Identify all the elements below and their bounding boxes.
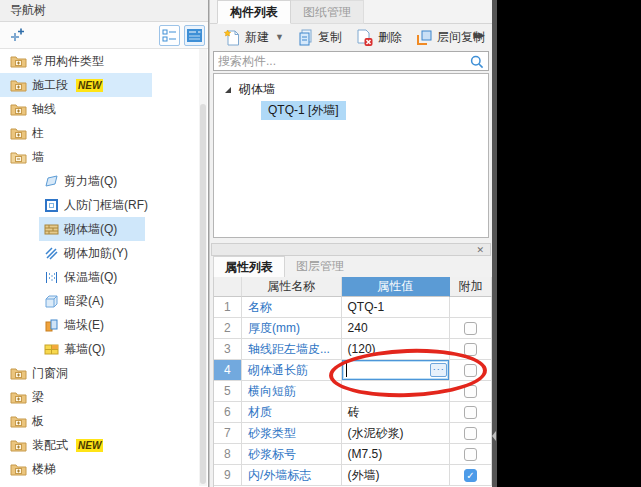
table-row[interactable]: 9 内/外墙标志 (外墙) ✓	[214, 465, 492, 486]
row-index: 6	[214, 402, 242, 423]
sidebar-item-door-window-opening[interactable]: 门窗洞	[0, 361, 200, 385]
prop-value[interactable]: (M7.5)	[342, 444, 451, 465]
ellipsis-browse-button[interactable]: ···	[430, 363, 447, 377]
application-window: 导航树 常用构件类型 施工段 NEW	[0, 0, 641, 487]
sidebar-item-label: 装配式	[32, 437, 68, 454]
component-item-qtq1[interactable]: QTQ-1 [外墙]	[261, 101, 346, 120]
sidebar-item-label: 保温墙(Q)	[64, 269, 117, 286]
scrollbar-thumb[interactable]	[200, 104, 206, 484]
prop-value[interactable]: 砖	[342, 402, 451, 423]
prop-value[interactable]: QTQ-1	[342, 297, 451, 318]
prop-value[interactable]: 240	[342, 318, 451, 339]
attach-cell	[450, 423, 492, 444]
sidebar-item-beam[interactable]: 梁	[0, 385, 200, 409]
hidden-beam-icon	[44, 294, 59, 309]
close-icon[interactable]: ✕	[476, 244, 484, 256]
sidebar-item-masonry-reinforcement[interactable]: 砌体加筋(Y)	[0, 241, 200, 265]
table-row-selected[interactable]: 4 砌体通长筋 ···	[214, 360, 492, 381]
sidebar-item-masonry-wall[interactable]: 砌体墙(Q)	[0, 217, 200, 241]
search-input[interactable]	[214, 52, 464, 70]
sidebar-item-civil-defense-door-frame-wall[interactable]: 人防门框墙(RF)	[0, 193, 200, 217]
sidebar-item-insulation-wall[interactable]: 保温墙(Q)	[0, 265, 200, 289]
prop-value-edit-cell[interactable]: ···	[342, 360, 451, 381]
sidebar-item-column[interactable]: 柱	[0, 121, 200, 145]
table-row[interactable]: 6 材质 砖	[214, 402, 492, 423]
new-badge: NEW	[76, 79, 103, 92]
navigation-panel-title: 导航树	[0, 0, 208, 22]
card-view-icon	[186, 27, 203, 44]
folder-collapsed-icon	[10, 54, 27, 68]
attach-cell	[450, 381, 492, 402]
component-group-masonry-wall[interactable]: 砌体墙	[223, 81, 275, 98]
sidebar-item-curtain-wall[interactable]: 幕墙(Q)	[0, 337, 200, 361]
table-row[interactable]: 2 厚度(mm) 240	[214, 318, 492, 339]
row-index: 3	[214, 339, 242, 360]
navigation-tree: 常用构件类型 施工段 NEW 轴线 柱 墙 剪力墙(Q)	[0, 49, 200, 481]
component-toolbar: 新建 ▼ 复制 删除 层间复制 ▶▶	[210, 24, 492, 50]
sidebar-item-common-types[interactable]: 常用构件类型	[0, 49, 200, 73]
table-row[interactable]: 7 砂浆类型 (水泥砂浆)	[214, 423, 492, 444]
add-plus-icon[interactable]	[8, 28, 26, 46]
component-panel-tabs: 构件列表 图纸管理	[210, 0, 492, 24]
row-index: 9	[214, 465, 242, 486]
sidebar-item-label: 砌体墙(Q)	[64, 221, 117, 238]
attach-cell	[450, 297, 492, 318]
attach-checkbox[interactable]	[464, 448, 477, 461]
attach-checkbox-checked[interactable]: ✓	[464, 469, 477, 482]
navigation-toolbar	[0, 22, 208, 49]
insulation-wall-icon	[44, 270, 59, 285]
card-view-button[interactable]	[184, 25, 205, 46]
sidebar-item-axis[interactable]: 轴线	[0, 97, 200, 121]
prop-value[interactable]: (外墙)	[342, 465, 451, 486]
attach-checkbox[interactable]	[464, 406, 477, 419]
prop-name: 砌体通长筋	[242, 360, 342, 381]
attach-checkbox[interactable]	[464, 364, 477, 377]
header-property-name: 属性名称	[242, 277, 342, 297]
sidebar-item-construction-section[interactable]: 施工段 NEW	[0, 73, 200, 97]
attach-checkbox[interactable]	[464, 322, 477, 335]
prop-value[interactable]: (120)	[342, 339, 451, 360]
drawing-canvas[interactable]	[497, 0, 641, 487]
sidebar-item-hidden-beam[interactable]: 暗梁(A)	[0, 289, 200, 313]
attach-checkbox[interactable]	[464, 343, 477, 356]
tab-component-list[interactable]: 构件列表	[217, 0, 291, 24]
navigation-panel: 导航树 常用构件类型 施工段 NEW	[0, 0, 209, 487]
sidebar-item-wall[interactable]: 墙	[0, 145, 200, 169]
chevron-down-icon[interactable]: ▼	[275, 32, 284, 42]
folder-collapsed-icon	[10, 126, 27, 140]
sidebar-item-prefab[interactable]: 装配式 NEW	[0, 433, 200, 457]
prop-value[interactable]	[342, 381, 451, 402]
row-index: 8	[214, 444, 242, 465]
attach-checkbox[interactable]	[464, 385, 477, 398]
sidebar-item-stairs[interactable]: 楼梯	[0, 457, 200, 481]
delete-button[interactable]: 删除	[349, 26, 409, 48]
prop-name: 名称	[242, 297, 342, 318]
sidebar-item-shear-wall[interactable]: 剪力墙(Q)	[0, 169, 200, 193]
table-row[interactable]: 1 名称 QTQ-1	[214, 297, 492, 318]
navigation-scrollbar[interactable]	[199, 49, 207, 486]
attach-cell: ✓	[450, 465, 492, 486]
table-row[interactable]: 5 横向短筋	[214, 381, 492, 402]
table-row[interactable]: 8 砂浆标号 (M7.5)	[214, 444, 492, 465]
splitter-collapse-icon[interactable]	[492, 431, 496, 441]
tab-property-list[interactable]: 属性列表	[213, 256, 285, 277]
copy-button[interactable]: 复制	[291, 26, 349, 48]
folder-collapsed-icon	[10, 366, 27, 380]
toolbar-overflow-button[interactable]: ▶▶	[473, 30, 483, 40]
prop-name: 材质	[242, 402, 342, 423]
sidebar-item-label: 柱	[32, 125, 44, 142]
shear-wall-icon	[44, 174, 59, 189]
list-view-button[interactable]	[159, 25, 180, 46]
properties-tabs: 属性列表 图层管理	[210, 256, 492, 277]
table-row[interactable]: 3 轴线距左墙皮... (120)	[214, 339, 492, 360]
attach-checkbox[interactable]	[464, 427, 477, 440]
sidebar-item-wall-pier[interactable]: 墙垛(E)	[0, 313, 200, 337]
search-icon[interactable]	[470, 55, 484, 72]
new-button[interactable]: 新建 ▼	[217, 26, 291, 48]
attach-cell	[450, 339, 492, 360]
prop-value[interactable]: (水泥砂浆)	[342, 423, 451, 444]
tab-drawing-management[interactable]: 图纸管理	[291, 0, 364, 24]
tab-layer-management[interactable]: 图层管理	[285, 256, 355, 277]
properties-table: 属性名称 属性值 附加 1 名称 QTQ-1 2 厚度(mm) 240 3 轴线…	[213, 277, 492, 487]
sidebar-item-slab[interactable]: 板	[0, 409, 200, 433]
